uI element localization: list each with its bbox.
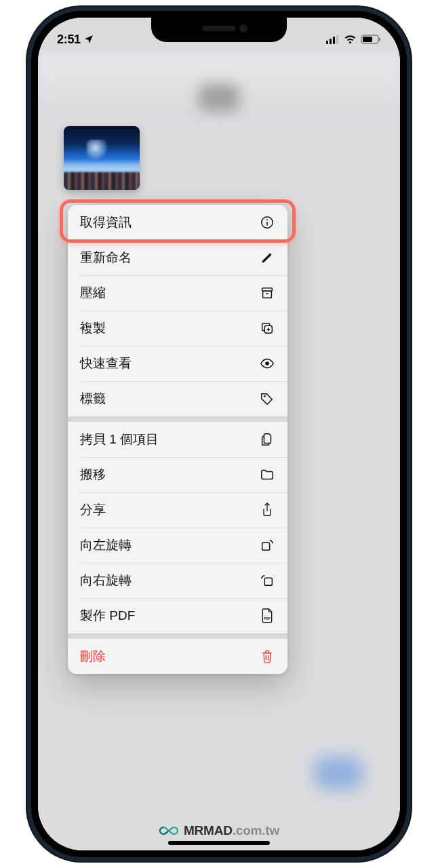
menu-item-tags[interactable]: 標籤: [68, 381, 287, 416]
svg-rect-2: [333, 37, 335, 44]
menu-item-label: 拷貝 1 個項目: [80, 431, 159, 448]
svg-rect-0: [326, 41, 328, 44]
menu-item-compress[interactable]: 壓縮: [68, 275, 287, 311]
menu-item-duplicate[interactable]: 複製: [68, 311, 287, 346]
location-arrow-icon: [83, 34, 94, 45]
svg-point-16: [265, 361, 269, 366]
rotate-right-icon: [259, 572, 275, 589]
context-menu: 取得資訊 重新命名: [68, 205, 287, 674]
svg-rect-3: [336, 35, 338, 44]
infinity-logo-icon: [159, 824, 179, 837]
svg-rect-11: [263, 291, 272, 298]
cellular-signal-icon: [326, 35, 340, 44]
duplicate-plus-icon: [259, 320, 275, 336]
status-right: [326, 35, 381, 44]
share-up-icon: [259, 502, 275, 518]
home-indicator[interactable]: [168, 841, 270, 845]
pdf-doc-icon: PDF: [259, 608, 275, 624]
watermark-domain: .com.tw: [233, 823, 279, 837]
menu-item-rotate-left[interactable]: 向左旋轉: [68, 528, 287, 563]
rotate-left-icon: [259, 537, 275, 553]
blurred-title: [199, 84, 239, 111]
watermark-brand: MRMAD: [184, 823, 233, 837]
menu-item-share[interactable]: 分享: [68, 492, 287, 528]
iphone-frame: 2:51: [27, 7, 411, 861]
tag-icon: [259, 391, 275, 407]
folder-icon: [259, 467, 275, 483]
status-time: 2:51: [57, 33, 81, 47]
svg-text:PDF: PDF: [264, 617, 270, 620]
svg-rect-1: [330, 39, 332, 44]
menu-separator: [68, 633, 287, 639]
svg-point-17: [264, 395, 266, 397]
menu-item-label: 製作 PDF: [80, 607, 135, 625]
info-circle-icon: [259, 214, 275, 231]
svg-rect-5: [363, 37, 372, 42]
two-docs-icon: [259, 431, 275, 448]
watermark: MRMAD.com.tw: [159, 823, 279, 838]
menu-item-label: 快速查看: [80, 355, 132, 372]
menu-item-quick-look[interactable]: 快速查看: [68, 346, 287, 381]
menu-item-label: 向左旋轉: [80, 536, 132, 554]
pencil-icon: [259, 250, 275, 266]
wifi-icon: [344, 35, 357, 44]
blurred-item: [315, 757, 362, 789]
menu-group-2: 拷貝 1 個項目 搬移: [68, 422, 287, 633]
svg-rect-19: [264, 578, 272, 585]
menu-item-label: 重新命名: [80, 249, 132, 267]
screen: 2:51: [38, 18, 400, 850]
menu-item-label: 壓縮: [80, 284, 106, 302]
menu-item-copy[interactable]: 拷貝 1 個項目: [68, 422, 287, 457]
svg-rect-6: [379, 38, 380, 41]
svg-rect-18: [262, 542, 270, 550]
menu-item-rotate-right[interactable]: 向右旋轉: [68, 563, 287, 598]
menu-item-make-pdf[interactable]: 製作 PDF PDF: [68, 598, 287, 633]
menu-item-delete[interactable]: 刪除: [68, 639, 287, 674]
battery-icon: [361, 35, 381, 44]
menu-group-3: 刪除: [68, 639, 287, 674]
menu-item-label: 搬移: [80, 466, 106, 484]
archive-box-icon: [259, 285, 275, 301]
menu-item-label: 向右旋轉: [80, 572, 132, 589]
file-thumbnail[interactable]: [64, 126, 140, 190]
eye-icon: [259, 355, 275, 372]
menu-item-get-info[interactable]: 取得資訊: [68, 205, 287, 240]
status-left: 2:51: [57, 33, 94, 47]
menu-item-move[interactable]: 搬移: [68, 457, 287, 492]
menu-item-label: 複製: [80, 319, 106, 337]
trash-icon: [259, 648, 275, 665]
menu-item-rename[interactable]: 重新命名: [68, 240, 287, 275]
menu-item-label: 分享: [80, 501, 106, 519]
menu-item-label: 取得資訊: [80, 214, 132, 231]
menu-separator: [68, 416, 287, 422]
svg-point-9: [266, 219, 268, 220]
menu-group-1: 取得資訊 重新命名: [68, 205, 287, 416]
menu-item-label: 標籤: [80, 390, 106, 408]
menu-item-label: 刪除: [80, 648, 106, 665]
notch: [151, 18, 287, 42]
